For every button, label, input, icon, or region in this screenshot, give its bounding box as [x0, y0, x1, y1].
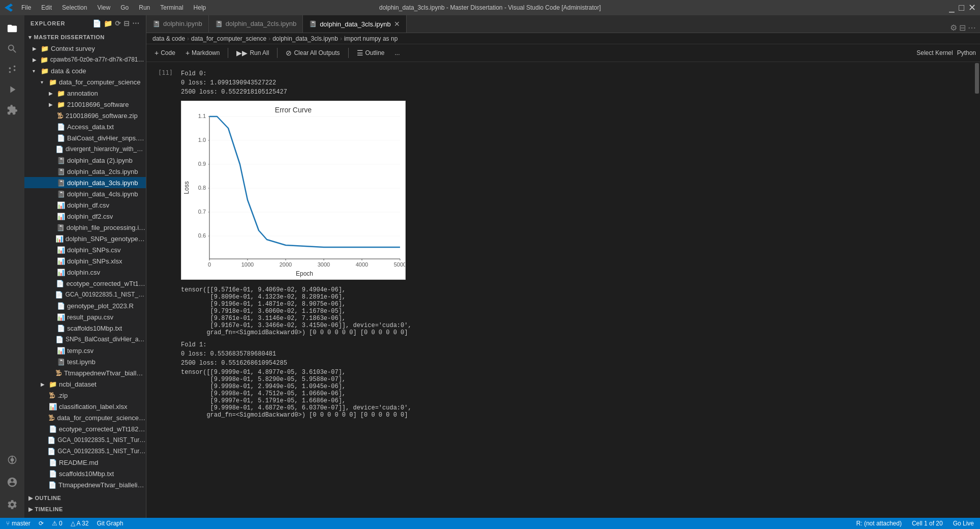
sidebar-item-dolphin-snps-xlsx[interactable]: ▶📊dolphin_SNPs.xlsx — [24, 255, 146, 267]
sidebar-item-data-for-computer-science[interactable]: ▾📁data_for_computer_science — [24, 76, 146, 87]
refresh-icon[interactable]: ⟳ — [115, 19, 121, 27]
new-folder-icon[interactable]: 📁 — [104, 19, 113, 27]
sidebar-item-scaffolds2[interactable]: ▶📄scaffolds10Mbp.txt — [24, 468, 146, 479]
explorer-activity-icon[interactable] — [3, 19, 21, 38]
source-control-activity-icon[interactable] — [3, 60, 21, 78]
sidebar-item-ttmapped[interactable]: ▶🗜TtmappednewTtvar_biallelic.vcf.gz — [24, 367, 146, 378]
menu-help[interactable]: Help — [190, 3, 210, 12]
new-file-icon[interactable]: 📄 — [93, 19, 102, 27]
cell-info[interactable]: Cell 1 of 20 — [910, 520, 945, 527]
warnings-item[interactable]: △ A 32 — [69, 520, 91, 527]
settings-activity-icon[interactable] — [3, 495, 21, 514]
run-all-button[interactable]: ▶▶ Run All — [232, 47, 273, 58]
sidebar-item-210018696-software[interactable]: ▶📁210018696_software — [24, 99, 146, 110]
sidebar-item-scaffolds10[interactable]: ▶📄scaffolds10Mbp.txt — [24, 322, 146, 334]
breadcrumb-item-2[interactable]: data_for_computer_science — [191, 35, 266, 42]
titlebar-menu[interactable]: File Edit Selection View Go Run Terminal… — [17, 3, 210, 12]
extensions-activity-icon[interactable] — [3, 101, 21, 119]
timeline-section[interactable]: ▶ TIMELINE — [24, 504, 146, 515]
run-debug-activity-icon[interactable] — [3, 80, 21, 99]
menu-edit[interactable]: Edit — [37, 3, 56, 12]
sidebar-item-data-for-cs-zip[interactable]: ▶🗜data_for_computer_science.zip — [24, 412, 146, 423]
sidebar-item-dolphin-data-4cls[interactable]: ▶📓dolphin_data_4cls.ipynb — [24, 188, 146, 199]
sidebar-item-dolphin-file-processing[interactable]: ▶📓dolphin_file_processing.ipynb — [24, 222, 146, 233]
go-live-btn[interactable]: Go Live — [951, 520, 976, 527]
sidebar-item-genotype-plot[interactable]: ▶📄genotype_plot_2023.R — [24, 300, 146, 311]
r-not-attached[interactable]: R: (not attached) — [854, 520, 904, 527]
code-button[interactable]: + Code — [150, 47, 179, 58]
collapse-icon[interactable]: ⊟ — [124, 19, 130, 27]
sidebar-item-dolphin-snps-genotype[interactable]: ▶📊dolphin_SNPs_genotype_data.csv — [24, 233, 146, 244]
remote-activity-icon[interactable] — [3, 451, 21, 469]
breadcrumb-item-3[interactable]: dolphin_data_3cls.ipynb — [272, 35, 338, 42]
sync-item[interactable]: ⟳ — [37, 520, 46, 527]
sidebar-item-ecotype-corrected[interactable]: ▶📄ecotype_corrected_wTt182.txt — [24, 278, 146, 289]
sidebar-item-context-survey[interactable]: ▶📁Context survey — [24, 43, 146, 54]
sidebar-header-icons[interactable]: 📄 📁 ⟳ ⊟ ⋯ — [93, 19, 140, 27]
minimize-icon[interactable]: ⎯ — [949, 3, 955, 13]
tab-actions[interactable]: ⚙ ⊟ ⋯ — [946, 23, 980, 33]
outline-section[interactable]: ▶ OUTLINE — [24, 492, 146, 504]
maximize-icon[interactable]: □ — [959, 3, 964, 13]
menu-terminal[interactable]: Terminal — [156, 3, 187, 12]
menu-file[interactable]: File — [17, 3, 35, 12]
git-branch-item[interactable]: ⑂ master — [4, 520, 33, 527]
sidebar-item-ncbi-dataset[interactable]: ▶📁ncbi_dataset — [24, 378, 146, 390]
sidebar-item-temp-csv[interactable]: ▶📊temp.csv — [24, 345, 146, 356]
notebook-content[interactable]: [11] Fold 0: 0 loss: 1.0991390943527222 … — [146, 62, 974, 518]
titlebar-controls[interactable]: ⎯ □ ✕ — [949, 2, 976, 13]
sidebar-item-gca-1[interactable]: ▶📄GCA_001922835.1_NIST_Tur_tru_v... — [24, 289, 146, 300]
tab-dolphin-3cls[interactable]: 📓 dolphin_data_3cls.ipynb ✕ — [303, 15, 407, 33]
tab-dolphin-2cls[interactable]: 📓 dolphin_data_2cls.ipynb — [209, 15, 303, 33]
sidebar-item-annotation[interactable]: ▶📁annotation — [24, 87, 146, 99]
sidebar-item-dolphin-data-3cls[interactable]: ▶📓dolphin_data_3cls.ipynb — [24, 177, 146, 188]
sidebar-item-gca-3[interactable]: ▶📄GCA_001922835.1_NIST_Tur_tru_v1... — [24, 446, 146, 457]
more-toolbar-button[interactable]: ... — [391, 48, 404, 58]
scrollbar-thumb-vertical[interactable] — [975, 63, 979, 94]
account-activity-icon[interactable] — [3, 473, 21, 491]
sidebar-item-ttmapped2[interactable]: ▶📄TtmappednewTtvar_biallelic.vcf — [24, 479, 146, 490]
tab-dolphin[interactable]: 📓 dolphin.ipynb — [146, 15, 209, 33]
sidebar-item-cpawbs[interactable]: ▶📁cpawbs76-0z0e-a77r-dh7k-d781w6q... — [24, 54, 146, 65]
sidebar-item-gca-2[interactable]: ▶📄GCA_001922835.1_NIST_Tur_tru_v1... — [24, 434, 146, 446]
sidebar-item-dolphin-data-2cls[interactable]: ▶📓dolphin_data_2cls.ipynb — [24, 166, 146, 177]
workspace-section[interactable]: ▾ MASTER DISSERTATION — [24, 32, 146, 43]
sidebar-item-dolphin-df2[interactable]: ▶📊dolphin_df2.csv — [24, 211, 146, 222]
sidebar-item-balcoast[interactable]: ▶📄BalCoast_divHier_snps.vcf — [24, 132, 146, 143]
menu-run[interactable]: Run — [135, 3, 154, 12]
split-editor-icon[interactable]: ⊟ — [959, 23, 966, 33]
sidebar-item-access-data[interactable]: ▶📄Access_data.txt — [24, 121, 146, 132]
menu-view[interactable]: View — [93, 3, 114, 12]
markdown-button[interactable]: + Markdown — [181, 47, 224, 58]
sidebar-item-divergent[interactable]: ▶📄divergent_hierarchy_with_pop23.p... — [24, 143, 146, 155]
settings-tab-icon[interactable]: ⚙ — [950, 23, 957, 33]
outline-button[interactable]: ☰ Outline — [353, 47, 389, 58]
sidebar-item-readme[interactable]: ▶📄README.md — [24, 457, 146, 468]
sidebar-item-dolphin-snps-csv[interactable]: ▶📊dolphin_SNPs.csv — [24, 244, 146, 255]
sidebar-item-dolphin-df[interactable]: ▶📊dolphin_df.csv — [24, 199, 146, 211]
git-graph-item[interactable]: Git Graph — [95, 520, 125, 527]
sidebar-scroll[interactable]: ▾ MASTER DISSERTATION ▶📁Context survey ▶… — [24, 32, 146, 518]
clear-outputs-button[interactable]: ⊘ Clear All Outputs — [282, 47, 344, 58]
sidebar-item-result-papu[interactable]: ▶📊result_papu.csv — [24, 311, 146, 322]
breadcrumb-item-1[interactable]: data & code — [152, 35, 185, 42]
select-kernel-button[interactable]: Select Kernel — [916, 49, 953, 56]
tab-close-icon[interactable]: ✕ — [394, 20, 400, 28]
sidebar-item-210018696-zip[interactable]: ▶🗜210018696_software.zip — [24, 110, 146, 121]
sidebar-item-classification-label[interactable]: ▶📊classification_label.xlsx — [24, 401, 146, 412]
sidebar-item-dolphin-data-2[interactable]: ▶📓dolphin_data (2).ipynb — [24, 155, 146, 166]
menu-go[interactable]: Go — [116, 3, 133, 12]
menu-selection[interactable]: Selection — [58, 3, 91, 12]
minimap-scrollbar[interactable] — [974, 62, 980, 518]
sidebar-item-dolphin-csv[interactable]: ▶📊dolphin.csv — [24, 267, 146, 278]
errors-item[interactable]: ⚠ 0 — [50, 520, 65, 527]
sidebar-item-zip[interactable]: ▶🗜.zip — [24, 390, 146, 401]
sidebar-item-test-ipynb[interactable]: ▶📓test.ipynb — [24, 356, 146, 367]
close-icon[interactable]: ✕ — [968, 2, 976, 13]
sidebar-item-snps-balcoast[interactable]: ▶📄SNPs_BalCoast_divHier_annotatio... — [24, 334, 146, 345]
more-actions-icon[interactable]: ⋯ — [968, 23, 976, 33]
sidebar-item-ecotype2[interactable]: ▶📄ecotype_corrected_wTt182.txt — [24, 423, 146, 434]
sidebar-item-data-code[interactable]: ▾📁data & code — [24, 65, 146, 76]
search-activity-icon[interactable] — [3, 40, 21, 58]
more-icon[interactable]: ⋯ — [132, 19, 140, 27]
